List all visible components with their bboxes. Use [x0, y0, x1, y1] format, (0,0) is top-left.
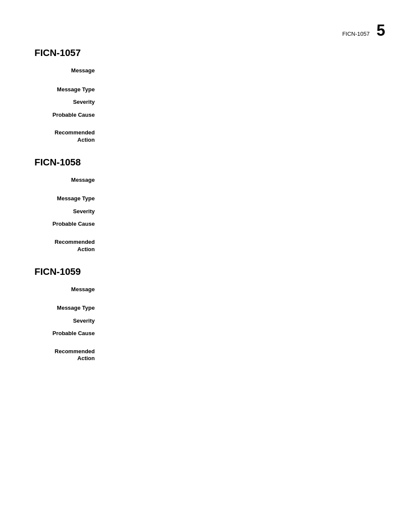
label-severity-1059: Severity: [34, 317, 103, 325]
label-severity-1057: Severity: [34, 98, 103, 106]
field-row-message-type-1058: Message Type: [34, 194, 377, 203]
label-message-1058: Message: [34, 176, 103, 184]
field-row-severity-1057: Severity: [34, 98, 377, 106]
field-row-recommended-action-1059: RecommendedAction: [34, 348, 377, 363]
field-row-message-1057: Message: [34, 66, 377, 75]
label-recommended-action-1058: RecommendedAction: [34, 239, 103, 253]
value-probable-cause-1057: [103, 111, 377, 119]
field-row-recommended-action-1058: RecommendedAction: [34, 239, 377, 253]
value-severity-1059: [103, 317, 377, 325]
value-severity-1057: [103, 98, 377, 106]
field-row-message-1059: Message: [34, 285, 377, 294]
label-probable-cause-1059: Probable Cause: [34, 329, 103, 338]
main-content: FICN-1057 Message Message Type Severity …: [0, 0, 411, 362]
value-message-1057: [103, 66, 377, 75]
value-recommended-action-1059: [103, 348, 377, 363]
value-message-1059: [103, 285, 377, 294]
value-recommended-action-1058: [103, 239, 377, 253]
field-row-recommended-action-1057: RecommendedAction: [34, 129, 377, 144]
label-message-type-1058: Message Type: [34, 194, 103, 203]
entry-title-1059: FICN-1059: [34, 266, 377, 277]
field-row-probable-cause-1058: Probable Cause: [34, 220, 377, 228]
header-code: FICN-1057: [342, 31, 370, 37]
field-row-probable-cause-1057: Probable Cause: [34, 111, 377, 119]
value-message-type-1057: [103, 85, 377, 94]
label-probable-cause-1057: Probable Cause: [34, 111, 103, 119]
entry-ficn-1058: FICN-1058 Message Message Type Severity …: [34, 157, 377, 253]
value-probable-cause-1058: [103, 220, 377, 228]
value-severity-1058: [103, 207, 377, 216]
entry-ficn-1059: FICN-1059 Message Message Type Severity …: [34, 266, 377, 363]
label-probable-cause-1058: Probable Cause: [34, 220, 103, 228]
label-message-type-1057: Message Type: [34, 85, 103, 94]
page-header: FICN-1057 5: [342, 22, 385, 40]
field-row-severity-1059: Severity: [34, 317, 377, 325]
field-row-probable-cause-1059: Probable Cause: [34, 329, 377, 338]
field-row-message-type-1059: Message Type: [34, 304, 377, 312]
field-row-message-type-1057: Message Type: [34, 85, 377, 94]
entry-title-1057: FICN-1057: [34, 47, 377, 59]
field-row-message-1058: Message: [34, 176, 377, 184]
label-severity-1058: Severity: [34, 207, 103, 216]
label-message-type-1059: Message Type: [34, 304, 103, 312]
field-row-severity-1058: Severity: [34, 207, 377, 216]
page-number: 5: [377, 22, 385, 40]
entry-ficn-1057: FICN-1057 Message Message Type Severity …: [34, 47, 377, 144]
entry-title-1058: FICN-1058: [34, 157, 377, 168]
value-probable-cause-1059: [103, 329, 377, 338]
value-message-1058: [103, 176, 377, 184]
label-message-1059: Message: [34, 285, 103, 294]
value-message-type-1058: [103, 194, 377, 203]
value-message-type-1059: [103, 304, 377, 312]
value-recommended-action-1057: [103, 129, 377, 144]
label-recommended-action-1057: RecommendedAction: [34, 129, 103, 144]
label-recommended-action-1059: RecommendedAction: [34, 348, 103, 363]
label-message-1057: Message: [34, 66, 103, 75]
